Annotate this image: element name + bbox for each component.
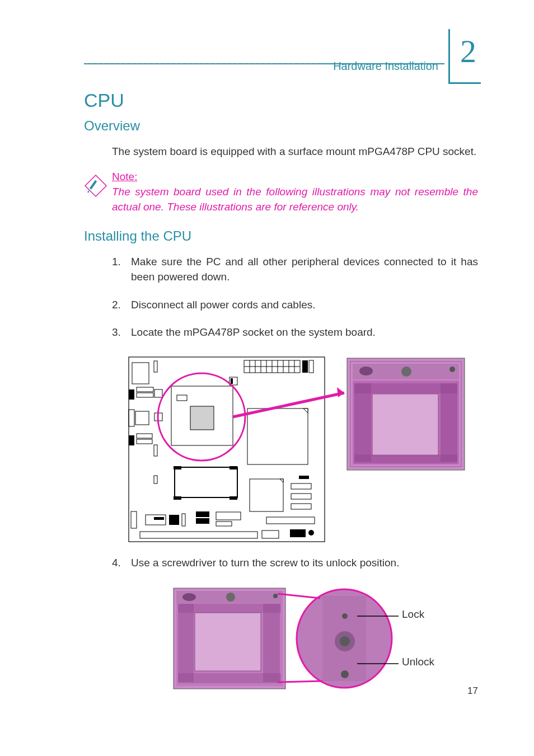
svg-rect-16 (309, 360, 313, 373)
svg-rect-75 (441, 383, 457, 462)
svg-point-63 (308, 530, 314, 536)
note-pencil-icon (84, 174, 107, 200)
list-item: 2. Disconnect all power cords and cables… (112, 297, 478, 313)
svg-rect-3 (129, 357, 325, 542)
svg-marker-2 (87, 190, 90, 193)
svg-rect-43 (229, 496, 237, 500)
svg-rect-61 (266, 517, 315, 524)
svg-point-72 (401, 367, 411, 377)
svg-point-73 (449, 367, 455, 372)
svg-rect-50 (131, 511, 137, 528)
svg-point-86 (182, 593, 196, 601)
svg-rect-60 (262, 530, 279, 538)
svg-rect-15 (302, 360, 308, 373)
step-number: 3. (112, 325, 123, 340)
step-number: 1. (112, 254, 123, 285)
svg-rect-55 (196, 511, 209, 517)
svg-rect-35 (190, 406, 214, 430)
step-text: Use a screwdriver to turn the screw to i… (131, 555, 399, 571)
page-number: 17 (467, 685, 478, 697)
svg-rect-49 (291, 504, 311, 509)
svg-rect-83 (178, 604, 281, 613)
svg-marker-38 (303, 408, 308, 413)
chapter-title: Hardware Installation (330, 60, 442, 73)
svg-line-96 (278, 681, 322, 682)
svg-rect-24 (154, 389, 162, 397)
svg-point-87 (226, 593, 235, 602)
list-item: 1. Make sure the PC and all other periph… (112, 254, 478, 285)
svg-marker-65 (337, 387, 344, 397)
svg-point-94 (341, 670, 349, 678)
svg-rect-74 (354, 383, 371, 462)
list-item: 3. Locate the mPGA478P socket on the sys… (112, 325, 478, 340)
header-dots (84, 62, 321, 66)
svg-rect-21 (129, 389, 134, 400)
svg-rect-20 (154, 361, 157, 372)
svg-rect-37 (247, 408, 308, 464)
unlock-label: Unlock (402, 656, 434, 668)
note-body: The system board used in the following i… (112, 184, 478, 215)
svg-rect-29 (137, 434, 152, 438)
svg-point-93 (340, 636, 350, 646)
svg-point-71 (359, 367, 373, 375)
svg-rect-58 (216, 522, 232, 526)
svg-rect-76 (354, 383, 457, 393)
list-item: 4. Use a screwdriver to turn the screw t… (112, 555, 478, 571)
step-text: Locate the mPGA478P socket on the system… (131, 325, 376, 340)
svg-rect-32 (154, 476, 157, 483)
svg-line-64 (233, 393, 344, 417)
board-socket-diagram (123, 353, 478, 551)
svg-rect-25 (129, 410, 134, 426)
install-steps-list: 1. Make sure the PC and all other periph… (112, 254, 478, 340)
svg-rect-56 (196, 518, 209, 524)
svg-rect-22 (137, 387, 153, 392)
note-label: Note: (112, 171, 478, 183)
svg-rect-54 (182, 514, 185, 526)
subsection-install-title: Installing the CPU (84, 228, 478, 244)
note-block: Note: The system board used in the follo… (112, 171, 478, 215)
svg-rect-47 (291, 483, 311, 489)
subsection-overview-title: Overview (84, 118, 478, 134)
svg-rect-42 (174, 496, 181, 500)
svg-rect-69 (372, 394, 438, 456)
lock-unlock-diagram: Lock Unlock (168, 583, 478, 697)
svg-rect-53 (169, 515, 179, 525)
svg-rect-40 (174, 466, 181, 469)
svg-marker-0 (85, 175, 106, 196)
step-text: Disconnect all power cords and cables. (131, 297, 316, 313)
svg-rect-77 (354, 454, 457, 463)
svg-rect-23 (137, 393, 153, 397)
svg-rect-59 (140, 532, 257, 538)
svg-rect-44 (250, 479, 283, 511)
svg-rect-41 (229, 466, 237, 469)
section-title: CPU (84, 90, 478, 111)
svg-marker-45 (280, 479, 283, 482)
install-steps-list-2: 4. Use a screwdriver to turn the screw t… (112, 555, 478, 571)
svg-rect-18 (231, 378, 233, 384)
svg-rect-1 (90, 180, 97, 189)
svg-rect-34 (177, 395, 187, 401)
svg-rect-81 (178, 604, 194, 682)
svg-rect-46 (299, 476, 309, 479)
svg-rect-80 (195, 613, 261, 671)
step-text: Make sure the PC and all other periphera… (131, 254, 478, 285)
svg-rect-57 (216, 512, 241, 520)
svg-rect-62 (290, 529, 306, 537)
svg-rect-26 (135, 411, 149, 425)
step-number: 2. (112, 297, 123, 313)
svg-rect-19 (132, 363, 149, 384)
overview-text: The system board is equipped with a surf… (112, 144, 478, 159)
svg-rect-39 (175, 467, 237, 497)
svg-rect-31 (154, 445, 157, 456)
chapter-number: 2 (460, 32, 476, 70)
svg-rect-48 (291, 494, 311, 499)
svg-rect-84 (178, 673, 281, 683)
svg-rect-52 (154, 517, 164, 520)
step-number: 4. (112, 555, 123, 571)
chapter-header: Hardware Installation 2 (73, 28, 478, 73)
svg-point-88 (273, 594, 278, 598)
lock-label: Lock (402, 608, 424, 621)
svg-point-91 (342, 613, 348, 619)
svg-rect-30 (137, 439, 152, 444)
svg-rect-28 (129, 435, 134, 445)
